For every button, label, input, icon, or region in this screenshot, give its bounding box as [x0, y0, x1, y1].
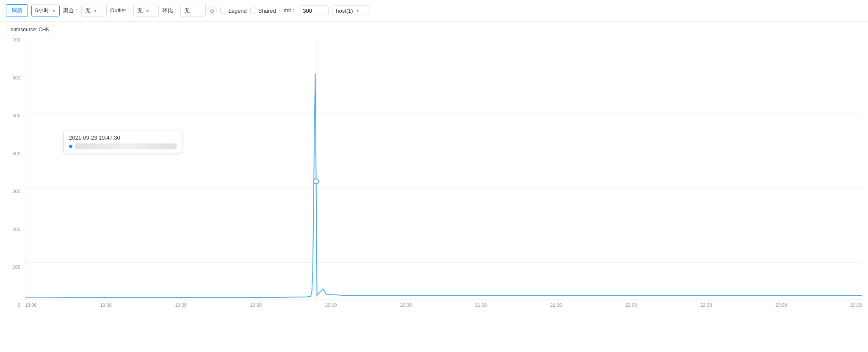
x-label-2300: 23:00: [775, 302, 787, 308]
y-label-300: 300: [13, 189, 20, 194]
y-label-600: 600: [13, 76, 20, 80]
outlier-value: 无: [137, 7, 143, 14]
outlier-wrapper: Outlier： 无 ▼: [110, 5, 159, 16]
toolbar: 刷新 6小时 ▼ 聚合： 无 ▼ Outlier： 无 ▼ 环比： 无 ⊕ Le…: [0, 0, 868, 22]
x-label-2130: 21:30: [550, 302, 562, 308]
outlier-chevron-icon: ▼: [145, 8, 149, 13]
x-label-2000: 20:00: [325, 302, 337, 308]
limit-input[interactable]: [299, 6, 329, 16]
hb-add-button[interactable]: ⊕: [207, 6, 217, 15]
outlier-label: Outlier：: [110, 7, 132, 14]
datasource-label: datasource: CHN: [6, 25, 54, 34]
aggregate-wrapper: 聚合： 无 ▼: [63, 5, 107, 16]
aggregate-label: 聚合：: [63, 7, 80, 14]
chart-svg: [25, 38, 862, 300]
chart-container: 700 600 500 400 300 200 100 0: [6, 38, 862, 320]
y-label-0: 0: [18, 303, 20, 308]
y-label-500: 500: [13, 113, 20, 118]
x-label-2030: 20:30: [400, 302, 412, 308]
hb-wrapper: 环比： 无 ⊕: [162, 5, 217, 16]
datasource-tag: datasource: CHN: [0, 22, 868, 38]
tooltip-row: [69, 143, 177, 149]
host-chevron-icon: ▼: [356, 8, 360, 13]
y-label-700: 700: [13, 38, 20, 42]
tooltip-value-blurred: [75, 143, 177, 149]
x-label-2200: 22:00: [625, 302, 637, 308]
refresh-button[interactable]: 刷新: [6, 4, 28, 17]
tooltip-time: 2021-09-23 19:47:30: [69, 135, 177, 141]
tooltip-dot: [69, 145, 72, 148]
x-label-2230: 22:30: [700, 302, 712, 308]
y-axis: 700 600 500 400 300 200 100 0: [6, 38, 23, 308]
limit-label: Limit：: [279, 7, 296, 14]
aggregate-select[interactable]: 无 ▼: [81, 5, 107, 16]
time-select[interactable]: 6小时 ▼: [31, 5, 60, 16]
legend-label: Legend: [228, 8, 246, 14]
y-label-200: 200: [13, 227, 20, 232]
legend-checkbox[interactable]: [220, 8, 226, 14]
shared-label: Shared: [258, 8, 276, 14]
tooltip: 2021-09-23 19:47:30: [64, 131, 182, 153]
shared-checkbox[interactable]: [250, 8, 256, 14]
outlier-select[interactable]: 无 ▼: [133, 5, 159, 16]
x-label-1900: 19:00: [175, 302, 187, 308]
time-value: 6小时: [35, 7, 49, 14]
x-axis: 18:00 18:30 19:00 19:30 20:00 20:30 21:0…: [25, 300, 862, 308]
hb-select[interactable]: 无: [180, 5, 206, 16]
shared-checkbox-wrapper[interactable]: Shared: [250, 8, 276, 14]
host-select[interactable]: host(1) ▼: [332, 6, 370, 16]
y-label-400: 400: [13, 151, 20, 156]
aggregate-value: 无: [85, 7, 91, 14]
y-label-100: 100: [13, 265, 20, 270]
x-label-2100: 21:00: [475, 302, 487, 308]
x-label-1830: 18:30: [100, 302, 112, 308]
time-chevron-icon: ▼: [52, 8, 56, 13]
x-label-1930: 19:30: [250, 302, 262, 308]
chart-line: [25, 74, 862, 298]
chart-area: 2021-09-23 19:47:30: [25, 38, 862, 300]
limit-wrapper: Limit：: [279, 6, 329, 16]
x-label-1800: 18:00: [25, 302, 37, 308]
x-label-2330: 23:30: [850, 302, 862, 308]
aggregate-chevron-icon: ▼: [93, 8, 97, 13]
hb-value: 无: [184, 7, 190, 14]
hb-label: 环比：: [162, 7, 179, 14]
host-value: host(1): [336, 8, 353, 14]
legend-checkbox-wrapper[interactable]: Legend: [220, 8, 246, 14]
